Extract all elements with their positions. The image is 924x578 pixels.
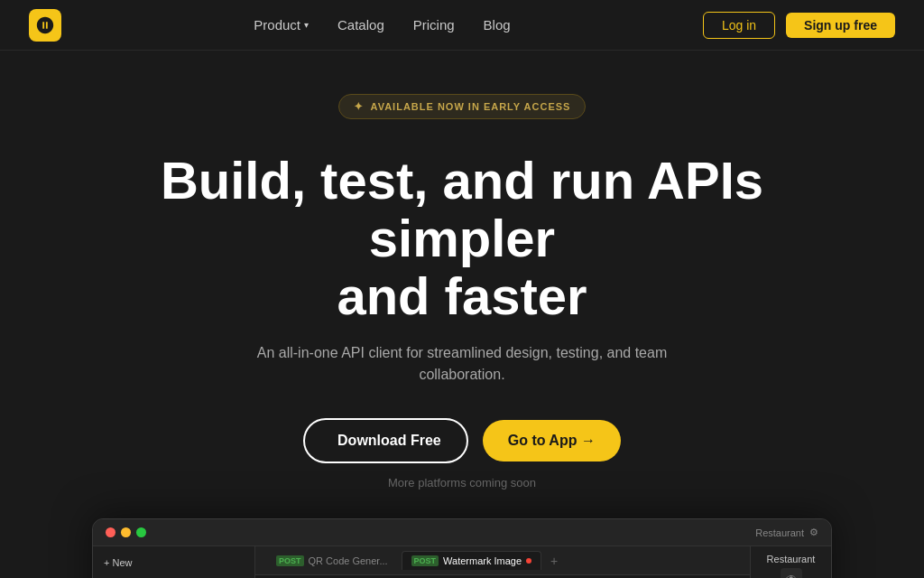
- nav-center: Product ▾ Catalog Pricing Blog: [254, 17, 510, 33]
- minimize-window-button[interactable]: [121, 527, 131, 537]
- logo[interactable]: [29, 9, 61, 42]
- nav-pricing[interactable]: Pricing: [413, 17, 455, 33]
- tab-watermark[interactable]: POST Watermark Image: [402, 551, 542, 570]
- goto-app-button[interactable]: Go to App →: [483, 420, 621, 461]
- tabs-bar: POST QR Code Gener... POST Watermark Ima…: [255, 546, 750, 575]
- maximize-window-button[interactable]: [136, 527, 146, 537]
- sparkle-icon: ✦: [354, 100, 364, 113]
- tab-qr[interactable]: POST QR Code Gener...: [266, 551, 398, 570]
- early-access-badge[interactable]: ✦ AVAILABLE NOW IN EARLY ACCESS: [338, 94, 587, 119]
- hero-buttons: Download Free Go to App →: [303, 418, 621, 463]
- nav-product[interactable]: Product ▾: [254, 17, 309, 33]
- nav-catalog[interactable]: Catalog: [337, 17, 384, 33]
- hero-section: ✦ AVAILABLE NOW IN EARLY ACCESS Build, t…: [0, 51, 924, 489]
- new-button[interactable]: + New: [93, 554, 254, 572]
- titlebar-user: Restaurant ⚙: [755, 527, 818, 538]
- eye-icon[interactable]: 👁: [781, 568, 802, 578]
- platforms-label: More platforms coming soon: [388, 476, 536, 489]
- nav-right: Log in Sign up free: [703, 12, 895, 39]
- logo-icon: [29, 9, 61, 42]
- chevron-down-icon: ▾: [304, 20, 309, 30]
- environment-label[interactable]: Restaurant: [767, 554, 816, 564]
- app-titlebar: Restaurant ⚙: [93, 519, 831, 546]
- close-window-button[interactable]: [106, 527, 116, 537]
- app-preview: Restaurant ⚙ + New 📁 AnyHub Catalog 🕐 Pe…: [92, 518, 832, 578]
- settings-icon[interactable]: ⚙: [809, 527, 818, 538]
- unsaved-indicator: [526, 558, 531, 564]
- sidebar: + New 📁 AnyHub Catalog 🕐 Personal 📁 Rest…: [93, 546, 255, 578]
- add-tab-button[interactable]: +: [545, 554, 563, 568]
- navbar: Product ▾ Catalog Pricing Blog Log in Si…: [0, 0, 924, 51]
- signup-button[interactable]: Sign up free: [786, 13, 895, 38]
- window-controls: [106, 527, 146, 537]
- post-badge: POST: [276, 555, 304, 566]
- hero-title: Build, test, and run APIs simpler and fa…: [146, 152, 778, 324]
- app-content: + New 📁 AnyHub Catalog 🕐 Personal 📁 Rest…: [93, 546, 831, 578]
- download-button[interactable]: Download Free: [303, 418, 468, 463]
- right-panel: Restaurant 👁: [750, 546, 831, 578]
- post-badge: POST: [411, 555, 439, 566]
- hero-subtitle: An all-in-one API client for streamlined…: [236, 342, 688, 386]
- main-panel: POST QR Code Gener... POST Watermark Ima…: [255, 546, 750, 578]
- nav-blog[interactable]: Blog: [484, 17, 511, 33]
- login-button[interactable]: Log in: [703, 12, 775, 39]
